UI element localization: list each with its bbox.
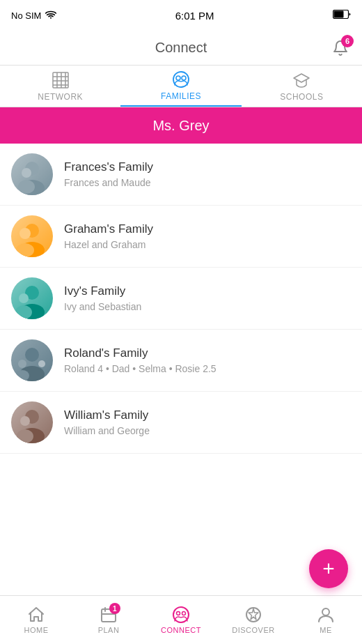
family-members-3: Ivy and Sebastian: [64, 301, 351, 312]
tab-schools-label: SCHOOLS: [280, 92, 323, 102]
family-members-5: William and George: [64, 425, 351, 436]
family-item-2[interactable]: Graham's Family Hazel and Graham: [0, 206, 362, 268]
status-carrier: No SIM: [11, 10, 56, 21]
svg-point-38: [173, 607, 189, 622]
family-info-2: Graham's Family Hazel and Graham: [64, 222, 351, 250]
svg-marker-42: [249, 608, 258, 620]
tab-schools[interactable]: SCHOOLS: [242, 66, 362, 107]
nav-home-label: HOME: [24, 626, 49, 634]
section-title: Ms. Grey: [152, 118, 209, 134]
nav-connect[interactable]: CONNECT: [145, 596, 217, 644]
svg-rect-2: [334, 11, 344, 18]
tab-network-label: NETWORK: [38, 92, 83, 102]
schools-icon: [292, 71, 310, 89]
family-item-3[interactable]: Ivy's Family Ivy and Sebastian: [0, 268, 362, 330]
svg-point-0: [50, 17, 52, 18]
svg-point-20: [16, 243, 34, 257]
wifi-icon: [45, 10, 56, 21]
family-item-1[interactable]: Frances's Family Frances and Maude: [0, 144, 362, 206]
family-info-3: Ivy's Family Ivy and Sebastian: [64, 284, 351, 312]
network-icon: [52, 71, 70, 89]
nav-plan-label: PLAN: [98, 626, 120, 634]
status-time: 6:01 PM: [175, 10, 214, 22]
family-name-4: Roland's Family: [64, 346, 351, 360]
svg-point-33: [17, 429, 33, 443]
svg-point-27: [18, 360, 26, 368]
family-info-4: Roland's Family Roland 4 • Dad • Selma •…: [64, 346, 351, 374]
nav-discover[interactable]: DISCOVER: [217, 596, 290, 644]
family-members-2: Hazel and Graham: [64, 239, 351, 250]
carrier-text: No SIM: [11, 10, 41, 21]
bottom-nav: HOME 1 PLAN CONNECT: [0, 595, 362, 644]
family-item-5[interactable]: William's Family William and George: [0, 392, 362, 454]
family-item-4[interactable]: Roland's Family Roland 4 • Dad • Selma •…: [0, 330, 362, 392]
tab-network[interactable]: NETWORK: [0, 66, 120, 107]
svg-point-40: [182, 612, 186, 615]
svg-point-29: [15, 370, 29, 381]
plus-icon: +: [322, 557, 335, 581]
svg-point-25: [25, 348, 39, 362]
svg-point-23: [19, 293, 29, 303]
svg-point-11: [176, 76, 180, 80]
svg-point-28: [38, 360, 45, 367]
status-bar: No SIM 6:01 PM: [0, 0, 362, 31]
family-name-3: Ivy's Family: [64, 284, 351, 298]
avatar-frances: [11, 153, 53, 195]
nav-home[interactable]: HOME: [0, 596, 72, 644]
discover-icon: [244, 606, 262, 624]
family-list: Frances's Family Frances and Maude Graha…: [0, 144, 362, 595]
svg-point-32: [20, 416, 30, 426]
tab-families-label: FAMILIES: [161, 91, 201, 101]
connect-icon: [172, 606, 190, 624]
svg-point-16: [18, 180, 35, 194]
tabs: NETWORK FAMILIES SCHOOLS: [0, 66, 362, 107]
svg-point-39: [177, 612, 180, 615]
plan-icon: 1: [100, 606, 118, 624]
notification-button[interactable]: 6: [330, 38, 351, 59]
nav-discover-label: DISCOVER: [232, 626, 274, 634]
svg-point-10: [173, 72, 189, 87]
tab-families[interactable]: FAMILIES: [120, 66, 241, 107]
nav-me[interactable]: ME: [290, 596, 362, 644]
notification-badge: 6: [341, 35, 354, 47]
page-title: Connect: [155, 40, 207, 56]
svg-point-24: [15, 305, 32, 319]
family-info-1: Frances's Family Frances and Maude: [64, 160, 351, 188]
nav-me-label: ME: [320, 626, 332, 634]
svg-point-15: [22, 168, 31, 178]
avatar-roland: [11, 339, 53, 381]
header: Connect 6: [0, 31, 362, 66]
svg-point-19: [19, 228, 31, 239]
battery-icon: [333, 10, 351, 21]
svg-point-43: [322, 608, 329, 615]
section-header: Ms. Grey: [0, 107, 362, 144]
nav-connect-label: CONNECT: [161, 626, 201, 634]
nav-plan[interactable]: 1 PLAN: [72, 596, 145, 644]
avatar-william: [11, 401, 53, 443]
status-right: [333, 10, 351, 21]
family-name-2: Graham's Family: [64, 222, 351, 236]
home-icon: [27, 606, 45, 624]
families-icon: [172, 70, 190, 89]
avatar-ivy: [11, 277, 53, 319]
add-family-button[interactable]: +: [309, 549, 348, 588]
family-members-4: Roland 4 • Dad • Selma • Rosie 2.5: [64, 363, 351, 374]
family-info-5: William's Family William and George: [64, 408, 351, 436]
me-icon: [317, 606, 335, 624]
family-name-5: William's Family: [64, 408, 351, 422]
family-name-1: Frances's Family: [64, 160, 351, 174]
family-members-1: Frances and Maude: [64, 177, 351, 188]
avatar-graham: [11, 215, 53, 257]
svg-point-12: [182, 76, 186, 80]
plan-badge: 1: [109, 603, 120, 614]
